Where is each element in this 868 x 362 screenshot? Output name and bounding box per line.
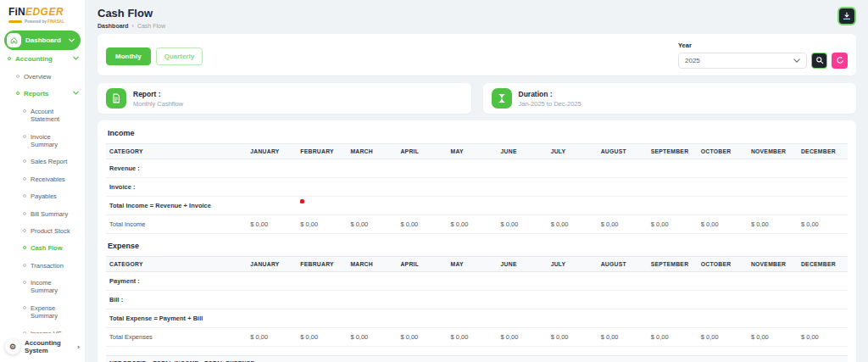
logo-underline [8, 20, 22, 23]
sidebar: FiNEDGER Powered by FINASAL Dashboard Ac… [0, 0, 86, 362]
row-label: Total Expense = Payment + Bill [106, 309, 247, 328]
sidebar-item-reports[interactable]: Reports [4, 86, 81, 103]
month-column-header: SEPTEMBER [648, 257, 698, 272]
amount-cell: $ 0,00 [347, 328, 397, 347]
breadcrumb-separator: › [132, 23, 134, 29]
amount-cell: $ 0,00 [247, 328, 297, 347]
quarterly-button[interactable]: Quarterly [156, 47, 203, 65]
bullet-icon [23, 177, 26, 181]
row-label: Payment : [106, 272, 247, 291]
sidebar-item-accounting-system[interactable]: ⚙ Accounting System › [0, 333, 85, 362]
sidebar-item-label: Bill Summary [31, 210, 68, 218]
table-row: Total Expenses$ 0,00$ 0,00$ 0,00$ 0,00$ … [106, 328, 848, 347]
logo-text-fin: FiN [8, 6, 25, 18]
sidebar-item-sales-report[interactable]: Sales Report [4, 153, 81, 170]
app-root: FiNEDGER Powered by FINASAL Dashboard Ac… [0, 0, 868, 362]
sidebar-item-accounting[interactable]: Accounting [4, 50, 81, 68]
period-toggle: Monthly Quarterly [106, 47, 203, 65]
download-button[interactable] [837, 7, 856, 25]
sidebar-item-invoice-summary[interactable]: Invoice Summary [4, 128, 81, 153]
amount-cell: $ 0,00 [798, 215, 848, 234]
chevron-down-icon [73, 56, 79, 60]
sidebar-item-label: Account Statement [31, 108, 79, 124]
row-label: Invoice : [106, 178, 247, 197]
breadcrumb-dashboard-link[interactable]: Dashboard [97, 23, 129, 29]
amount-cell: $ 0,00 [648, 328, 698, 347]
amount-cell: $ 0,00 [297, 215, 347, 234]
sidebar-item-income-summary[interactable]: Income Summary [4, 275, 81, 300]
month-column-header: APRIL [397, 144, 447, 159]
amount-cell: $ 0,00 [598, 215, 648, 234]
cashflow-table-card: IncomeCATEGORYJANUARYFEBRUARYMARCHAPRILM… [97, 120, 856, 362]
page-content: Monthly Quarterly Year 2025 [86, 32, 868, 362]
reports-submenu: Account StatementInvoice SummarySales Re… [4, 103, 81, 333]
bullet-icon [23, 246, 26, 249]
month-column-header: JUNE [498, 144, 548, 159]
bullet-icon [8, 57, 11, 60]
sidebar-item-dashboard[interactable]: Dashboard [4, 31, 81, 50]
sidebar-item-transaction[interactable]: Transaction [4, 257, 81, 274]
sidebar-item-overview[interactable]: Overview [4, 68, 81, 86]
sidebar-item-receivables[interactable]: Receivables [4, 170, 81, 187]
report-card-title: Report : [133, 90, 183, 98]
reset-button[interactable] [832, 53, 848, 69]
sidebar-item-cash-flow[interactable]: Cash Flow [4, 240, 81, 257]
month-column-header: AUGUST [598, 144, 648, 159]
bullet-icon [23, 212, 26, 215]
page-title: Cash Flow [97, 7, 165, 19]
amount-cell: $ 0,00 [397, 328, 447, 347]
sidebar-item-label: Cash Flow [31, 244, 63, 252]
refresh-icon [836, 54, 844, 67]
month-column-header: MARCH [347, 144, 397, 159]
gear-icon: ⚙ [5, 339, 20, 354]
download-icon [843, 10, 851, 23]
year-select[interactable]: 2025 [678, 53, 807, 69]
sidebar-item-expense-summary[interactable]: Expense Summary [4, 299, 81, 325]
duration-card: Duration : Jan-2025 to Dec-2025 [483, 83, 857, 114]
net-profit-table: NET PROFIT = TOTAL INCOME - TOTAL EXPENS… [106, 355, 848, 362]
table-row: Bill : [106, 291, 848, 309]
net-profit-header-row: NET PROFIT = TOTAL INCOME - TOTAL EXPENS… [106, 356, 848, 362]
chevron-down-icon [69, 38, 75, 42]
sidebar-item-product-stock[interactable]: Product Stock [4, 222, 81, 239]
month-column-header: NOVEMBER [748, 144, 798, 159]
breadcrumb: Dashboard › Cash Flow [97, 23, 165, 29]
hourglass-icon [492, 88, 512, 109]
bullet-icon [23, 135, 26, 138]
table-row: Total Income$ 0,00$ 0,00$ 0,00$ 0,00$ 0,… [106, 215, 848, 234]
chevron-down-icon [793, 58, 800, 63]
sidebar-item-label: Invoice Summary [31, 133, 79, 149]
category-column-header: CATEGORY [106, 257, 247, 272]
section-title-expense: Expense [106, 234, 848, 256]
logo-tagline: Powered by FINASAL [25, 19, 64, 24]
month-column-header: AUGUST [598, 257, 648, 272]
month-column-header: JANUARY [247, 144, 297, 159]
bullet-icon [23, 159, 26, 163]
month-column-header: JANUARY [247, 257, 297, 272]
bullet-icon [23, 229, 26, 232]
monthly-button[interactable]: Monthly [106, 47, 151, 65]
search-button[interactable] [811, 53, 827, 69]
sidebar-item-bill-summary[interactable]: Bill Summary [4, 205, 81, 222]
duration-card-title: Duration : [519, 90, 581, 98]
bullet-icon [23, 306, 26, 309]
main-area: Cash Flow Dashboard › Cash Flow Monthly … [86, 0, 868, 362]
sidebar-item-account-statement[interactable]: Account Statement [4, 103, 81, 128]
month-column-header: OCTOBER [698, 257, 748, 272]
sidebar-item-income-vs-expense[interactable]: Income VS Expense [4, 325, 81, 333]
amount-cell: $ 0,00 [347, 215, 397, 234]
logo-text-edger: EDGER [25, 6, 64, 18]
sidebar-item-payables[interactable]: Payables [4, 188, 81, 205]
month-column-header: MAY [448, 144, 498, 159]
table-row: Revenue : [106, 159, 848, 178]
app-logo: FiNEDGER Powered by FINASAL [0, 0, 85, 26]
bullet-icon [23, 109, 26, 113]
table-header-row: CATEGORYJANUARYFEBRUARYMARCHAPRILMAYJUNE… [106, 144, 848, 159]
report-document-icon [106, 88, 126, 109]
sidebar-item-label: Transaction [31, 262, 64, 270]
month-column-header: SEPTEMBER [648, 144, 698, 159]
amount-cell: $ 0,00 [297, 328, 347, 347]
report-card: Report : Monthly Cashflow [97, 83, 471, 114]
amount-cell: $ 0,00 [648, 215, 698, 234]
breadcrumb-current: Cash Flow [137, 23, 165, 29]
